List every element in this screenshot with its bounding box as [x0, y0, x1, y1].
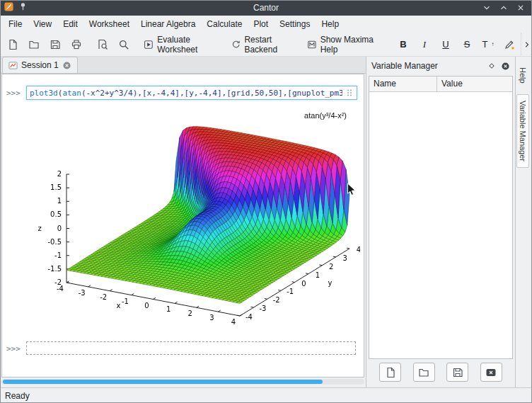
window-title: Cantor [0, 3, 532, 13]
variable-manager-title: Variable Manager [371, 61, 482, 71]
print-button[interactable] [66, 35, 86, 55]
variable-manager-panel: Variable Manager Name Value [366, 57, 515, 387]
menubar: File View Edit Worksheet Linear Algebra … [0, 16, 532, 33]
plot-canvas [28, 106, 360, 341]
close-button[interactable] [516, 3, 526, 13]
print-preview-button[interactable] [93, 35, 112, 55]
restart-backend-label: Restart Backend [244, 35, 298, 55]
restart-icon [231, 39, 241, 50]
clear-variables-button[interactable] [480, 363, 502, 382]
minimize-button[interactable] [482, 3, 492, 13]
format-paint-icon [504, 39, 515, 50]
command-prompt: >>> [6, 89, 21, 98]
horizontal-scrollbar-thumb[interactable] [3, 380, 323, 384]
folder-icon [418, 367, 429, 378]
tab-session-label: Session 1 [21, 60, 59, 70]
save-icon [50, 39, 61, 50]
save-icon [452, 367, 463, 378]
menu-edit[interactable]: Edit [57, 16, 83, 32]
next-command-prompt: >>> [6, 344, 21, 353]
new-document-icon [385, 367, 396, 378]
command-code[interactable]: plot3d(atan(-x^2+y^3/4),[x,-4,4],[y,-4,4… [30, 89, 342, 98]
worksheet-pane: Session 1 >>> plot3d(atan(-x^2+y^3/4),[x… [0, 57, 366, 387]
mouse-cursor [347, 183, 357, 200]
chevron-right-icon [523, 40, 531, 49]
code-token: atan [62, 89, 81, 98]
session-tabbar: Session 1 [0, 57, 366, 74]
menu-file[interactable]: File [3, 16, 28, 32]
toolbar: Evaluate Worksheet Restart Backend Show … [0, 33, 532, 57]
code-token: plot3d [30, 89, 58, 98]
pin-icon[interactable] [18, 1, 28, 14]
side-tab-variable-manager[interactable]: Variable Manager [516, 94, 529, 168]
run-icon [144, 39, 154, 50]
print-preview-icon [97, 39, 108, 50]
detach-panel-icon[interactable] [487, 62, 496, 70]
format-paint-button[interactable] [499, 35, 519, 55]
variable-table: Name Value [369, 76, 513, 359]
column-header-name[interactable]: Name [369, 76, 437, 91]
maximize-button[interactable] [499, 3, 509, 13]
menu-calculate[interactable]: Calculate [201, 16, 248, 32]
folder-icon [28, 39, 40, 50]
open-button[interactable] [24, 35, 44, 55]
menu-worksheet[interactable]: Worksheet [83, 16, 135, 32]
side-tab-strip: Help Variable Manager [515, 57, 532, 387]
bold-button[interactable]: B [393, 35, 413, 55]
show-maxima-help-label: Show Maxima Help [320, 35, 383, 55]
menu-plot[interactable]: Plot [248, 16, 274, 32]
horizontal-scrollbar[interactable] [1, 379, 364, 385]
maxima-help-icon [307, 39, 317, 50]
find-button[interactable] [114, 35, 134, 55]
show-maxima-help-button[interactable]: Show Maxima Help [303, 35, 387, 55]
evaluate-worksheet-label: Evaluate Worksheet [157, 35, 222, 55]
toolbar-overflow-button[interactable] [521, 33, 532, 56]
superscript-button[interactable]: T↑ [478, 35, 498, 55]
printer-icon [71, 39, 82, 50]
column-header-value[interactable]: Value [437, 76, 467, 91]
new-document-icon [7, 39, 18, 50]
side-tab-help[interactable]: Help [516, 61, 529, 90]
menu-help[interactable]: Help [316, 16, 345, 32]
italic-button[interactable]: I [415, 35, 434, 55]
save-variables-button[interactable] [446, 363, 468, 382]
titlebar: Cantor [0, 0, 532, 16]
save-button[interactable] [45, 35, 65, 55]
plot-title: atan(y³/4-x²) [304, 111, 347, 120]
tab-close-icon[interactable] [62, 61, 71, 70]
clear-icon [485, 367, 497, 378]
menu-linear-algebra[interactable]: Linear Algebra [135, 16, 201, 32]
empty-command-entry[interactable] [26, 341, 356, 355]
menu-view[interactable]: View [28, 16, 57, 32]
underline-button[interactable]: U [436, 35, 456, 55]
status-text: Ready [5, 391, 30, 401]
variable-manager-header: Variable Manager [366, 57, 515, 75]
menu-settings[interactable]: Settings [274, 16, 316, 32]
command-entry[interactable]: plot3d(atan(-x^2+y^3/4),[x,-4,4],[y,-4,4… [26, 86, 357, 100]
close-panel-icon[interactable] [501, 62, 510, 71]
entry-options-icon[interactable] [345, 89, 354, 97]
strikethrough-button[interactable]: S [457, 35, 477, 55]
superscript-arrow: ↑ [491, 41, 494, 47]
new-variable-button[interactable] [379, 363, 401, 382]
variable-manager-toolbar [366, 363, 515, 382]
tab-session-1[interactable]: Session 1 [2, 57, 78, 73]
app-icon[interactable] [4, 1, 14, 15]
load-variables-button[interactable] [413, 363, 435, 382]
code-token: (-x^2+y^3/4),[x,-4,4],[y,-4,4],[grid,50,… [81, 89, 342, 98]
statusbar: Ready [0, 387, 532, 403]
worksheet: >>> plot3d(atan(-x^2+y^3/4),[x,-4,4],[y,… [1, 74, 364, 378]
restart-backend-button[interactable]: Restart Backend [228, 35, 302, 55]
search-icon [118, 39, 129, 50]
evaluate-worksheet-button[interactable]: Evaluate Worksheet [140, 35, 226, 55]
new-worksheet-button[interactable] [3, 35, 23, 55]
session-icon [8, 61, 18, 70]
